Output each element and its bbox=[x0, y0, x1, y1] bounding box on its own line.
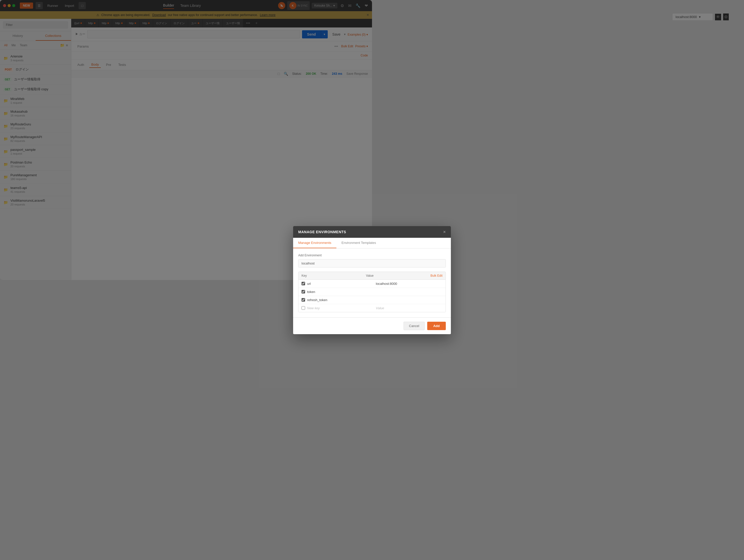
modal-overlay[interactable]: MANAGE ENVIRONMENTS × Manage Environment… bbox=[0, 0, 372, 280]
env-row-url: url localhost:8000 bbox=[298, 280, 372, 280]
header-key: Key bbox=[301, 274, 366, 277]
modal-title: MANAGE ENVIRONMENTS bbox=[298, 230, 346, 234]
env-name-input[interactable] bbox=[298, 259, 372, 268]
tab-environment-templates[interactable]: Environment Templates bbox=[336, 238, 372, 248]
env-table: Key Value Bulk Edit url localhost:8000 t… bbox=[298, 272, 372, 280]
modal-tabs: Manage Environments Environment Template… bbox=[293, 238, 372, 248]
manage-environments-modal: MANAGE ENVIRONMENTS × Manage Environment… bbox=[293, 226, 372, 280]
modal-body: Add Environment Key Value Bulk Edit url … bbox=[293, 248, 372, 280]
app-window: NEW ☰ Runner Import □ Builder Team Libra… bbox=[0, 0, 372, 280]
add-env-label: Add Environment bbox=[298, 253, 372, 257]
env-table-header: Key Value Bulk Edit bbox=[298, 272, 372, 280]
modal-header: MANAGE ENVIRONMENTS × bbox=[293, 226, 372, 238]
header-value: Value bbox=[366, 274, 372, 277]
tab-manage-environments[interactable]: Manage Environments bbox=[293, 238, 336, 248]
